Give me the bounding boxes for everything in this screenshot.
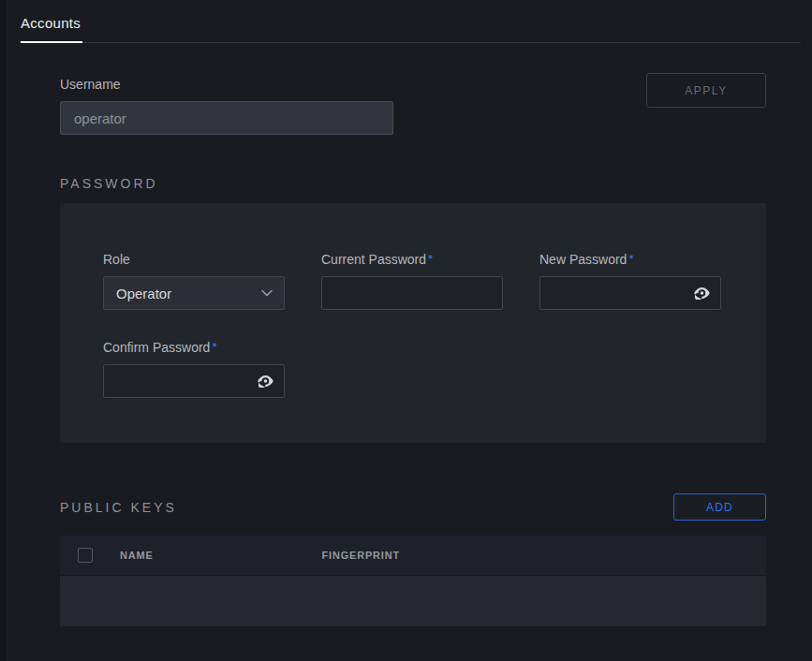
public-keys-heading: PUBLIC KEYS <box>60 500 177 515</box>
add-public-key-button[interactable]: ADD <box>673 493 766 521</box>
role-select[interactable]: Operator <box>103 276 285 310</box>
confirm-password-label-text: Confirm Password <box>103 340 210 355</box>
public-keys-table-header: NAME FINGERPRINT <box>60 536 766 576</box>
new-password-field-group: New Password* <box>539 252 721 310</box>
current-password-wrap <box>321 276 503 310</box>
confirm-password-field-group: Confirm Password* <box>103 340 285 398</box>
apply-button[interactable]: APPLY <box>646 73 766 108</box>
page-left-edge <box>0 0 7 661</box>
username-row: Username APPLY <box>60 73 766 135</box>
new-password-wrap <box>539 276 721 310</box>
username-field-group: Username <box>60 73 393 135</box>
column-header-fingerprint: FINGERPRINT <box>322 550 400 561</box>
new-password-label-text: New Password <box>539 252 627 267</box>
username-input[interactable] <box>60 101 393 135</box>
public-keys-table-empty-body <box>60 576 766 626</box>
current-password-input[interactable] <box>321 276 503 310</box>
new-password-label: New Password* <box>539 252 721 267</box>
tab-bar: Accounts <box>0 0 812 43</box>
select-all-checkbox[interactable] <box>78 548 93 563</box>
role-field-group: Role Operator <box>103 252 285 310</box>
eye-icon <box>257 376 274 390</box>
username-label: Username <box>60 77 393 92</box>
current-password-field-group: Current Password* <box>321 252 503 310</box>
chevron-down-icon <box>261 289 273 297</box>
required-marker: * <box>428 252 433 266</box>
public-keys-table: NAME FINGERPRINT <box>60 536 766 626</box>
required-marker: * <box>628 252 633 266</box>
role-select-value: Operator <box>116 286 171 301</box>
confirm-password-label: Confirm Password* <box>103 340 285 355</box>
password-fields-grid: Role Operator Current Password* New Pass… <box>103 252 723 398</box>
required-marker: * <box>212 340 216 354</box>
public-keys-header-row: PUBLIC KEYS ADD <box>60 493 766 521</box>
current-password-label: Current Password* <box>321 252 503 267</box>
column-header-name: NAME <box>120 550 154 561</box>
confirm-password-wrap <box>103 364 285 398</box>
show-password-button[interactable] <box>255 373 276 389</box>
password-section-heading: PASSWORD <box>60 176 766 191</box>
show-password-button[interactable] <box>691 285 713 301</box>
accounts-page: Username APPLY PASSWORD Role Operator Cu… <box>0 73 812 626</box>
tab-accounts[interactable]: Accounts <box>21 13 82 43</box>
role-label: Role <box>103 252 285 267</box>
current-password-label-text: Current Password <box>321 252 426 267</box>
password-panel: Role Operator Current Password* New Pass… <box>60 203 766 443</box>
tab-bar-divider <box>21 42 801 43</box>
eye-icon <box>693 288 711 302</box>
